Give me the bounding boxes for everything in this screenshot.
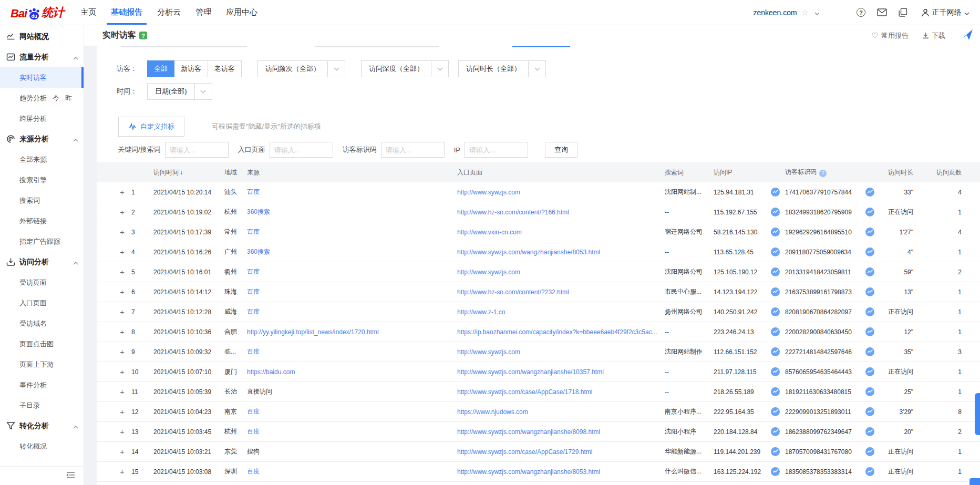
- feedback-side-tab[interactable]: [975, 393, 980, 435]
- sidebar-item-11[interactable]: 指定广告跟踪: [0, 231, 84, 252]
- expand-row-button[interactable]: +: [120, 447, 131, 456]
- nav-item-4[interactable]: 管理: [195, 0, 211, 25]
- custom-metric-button[interactable]: 自定义指标: [118, 117, 184, 137]
- sidebar-item-19[interactable]: 子目录: [0, 395, 84, 416]
- sidebar-item-21[interactable]: 转化概况: [0, 436, 84, 457]
- expand-row-button[interactable]: +: [120, 208, 131, 216]
- entry-page-link[interactable]: http://www.sywzjs.com: [457, 348, 520, 356]
- entry-page-link[interactable]: https://ip.baozhanmei.com/capacity/index…: [457, 328, 657, 336]
- trend-chart-icon[interactable]: [865, 267, 874, 276]
- visit-source-link[interactable]: 百度: [247, 188, 457, 197]
- trend-chart-icon[interactable]: [865, 447, 874, 456]
- sidebar-item-3[interactable]: 实时访客: [0, 67, 84, 88]
- sidebar-section-6[interactable]: 来源分析: [0, 129, 84, 149]
- entry-page-link[interactable]: http://www.sywzjs.com/case/AppCase/1718.…: [457, 388, 592, 396]
- chevron-up-icon[interactable]: [73, 258, 78, 266]
- trend-chart-icon[interactable]: [771, 367, 780, 376]
- trend-chart-icon[interactable]: [865, 407, 874, 416]
- query-button[interactable]: 查询: [545, 142, 577, 158]
- floating-corner-widget[interactable]: [969, 478, 980, 485]
- sidebar-item-15[interactable]: 受访域名: [0, 313, 84, 334]
- trend-chart-icon[interactable]: [865, 467, 874, 476]
- sidebar-item-shortcut[interactable]: 今: [53, 94, 59, 103]
- expand-row-button[interactable]: +: [120, 407, 131, 416]
- sidebar-item-shortcut[interactable]: 昨: [65, 94, 72, 103]
- visit-duration-dropdown[interactable]: 访问时长（全部）: [458, 60, 546, 77]
- expand-row-button[interactable]: +: [120, 247, 131, 256]
- entry-page-link[interactable]: http://www.sywzjs.com/wangzhanjianshe/10…: [457, 368, 604, 376]
- visit-source-link[interactable]: http://yy.yilingkeji.top/list_news/index…: [247, 328, 457, 336]
- sidebar-item-16[interactable]: 页面点击图: [0, 334, 84, 354]
- expand-row-button[interactable]: +: [120, 347, 131, 356]
- sidebar-section-2[interactable]: 流量分析: [0, 47, 84, 67]
- trend-chart-icon[interactable]: [771, 307, 780, 316]
- trend-chart-icon[interactable]: [771, 188, 780, 197]
- trend-chart-icon[interactable]: [865, 427, 874, 436]
- sidebar-item-8[interactable]: 搜索引擎: [0, 170, 84, 190]
- sidebar-item-18[interactable]: 事件分析: [0, 375, 84, 395]
- visit-source-link[interactable]: 百度: [247, 287, 457, 296]
- sidebar-item-13[interactable]: 受访页面: [0, 272, 84, 293]
- help-icon[interactable]: ?: [819, 170, 827, 177]
- visit-depth-dropdown[interactable]: 访问深度（全部）: [361, 60, 449, 77]
- visitor-type-option[interactable]: 全部: [147, 60, 174, 77]
- sidebar-item-5[interactable]: 跨屏分析: [0, 108, 84, 129]
- visit-source-link[interactable]: https://baidu.com: [247, 368, 457, 376]
- nav-item-3[interactable]: 分析云: [157, 0, 181, 25]
- sidebar-item-14[interactable]: 入口页面: [0, 293, 84, 313]
- chevron-up-icon[interactable]: [73, 53, 78, 61]
- chevron-up-icon[interactable]: [73, 135, 78, 143]
- title-help-icon[interactable]: ?: [139, 32, 147, 39]
- visit-source-link[interactable]: 百度: [247, 407, 457, 416]
- visit-source-link[interactable]: 百度: [247, 307, 457, 316]
- entry-page-link[interactable]: http://www.sywzjs.com: [457, 189, 520, 196]
- search-input-1[interactable]: [165, 142, 229, 158]
- trend-chart-icon[interactable]: [771, 347, 780, 356]
- sidebar-section-1[interactable]: 网站概况: [0, 26, 84, 47]
- trend-chart-icon[interactable]: [771, 407, 780, 416]
- sidebar-section-12[interactable]: 访问分析: [0, 252, 84, 272]
- entry-page-link[interactable]: http://www.sywzjs.com: [457, 269, 520, 276]
- sidebar-section-20[interactable]: 转化分析: [0, 416, 84, 436]
- trend-chart-icon[interactable]: [865, 188, 874, 197]
- expand-row-button[interactable]: +: [120, 387, 131, 396]
- favorite-star-icon[interactable]: ☆: [801, 7, 809, 17]
- expand-row-button[interactable]: +: [120, 467, 131, 476]
- entry-page-link[interactable]: http://www.sywzjs.com/wangzhanjianshe/80…: [457, 468, 600, 476]
- visit-source-link[interactable]: 百度: [247, 267, 457, 276]
- trend-chart-icon[interactable]: [771, 387, 780, 396]
- search-input-3[interactable]: [381, 142, 445, 158]
- visit-frequency-dropdown[interactable]: 访问频次（全部）: [257, 60, 345, 77]
- expand-row-button[interactable]: +: [120, 228, 131, 236]
- download-button[interactable]: 下载: [922, 31, 945, 40]
- entry-page-link[interactable]: http://www.hz-sn.com/content/?166.html: [457, 209, 569, 216]
- entry-page-link[interactable]: http://www.hz-sn.com/content/?232.html: [457, 288, 569, 296]
- visitor-type-option[interactable]: 新访客: [174, 60, 208, 77]
- trend-chart-icon[interactable]: [865, 307, 874, 316]
- chevron-up-icon[interactable]: [73, 422, 78, 430]
- trend-chart-icon[interactable]: [865, 347, 874, 356]
- trend-chart-icon[interactable]: [771, 427, 780, 436]
- trend-chart-icon[interactable]: [865, 327, 874, 336]
- visit-source-link[interactable]: 百度: [247, 467, 457, 476]
- sidebar-item-17[interactable]: 页面上下游: [0, 354, 84, 375]
- sidebar-item-10[interactable]: 外部链接: [0, 211, 84, 231]
- trend-chart-icon[interactable]: [771, 447, 780, 456]
- trend-chart-icon[interactable]: [771, 467, 780, 476]
- trend-chart-icon[interactable]: [865, 208, 874, 216]
- column-header-time[interactable]: 访问时间↓: [151, 168, 224, 177]
- visit-source-link[interactable]: 百度: [247, 228, 457, 236]
- expand-row-button[interactable]: +: [120, 188, 131, 197]
- expand-row-button[interactable]: +: [120, 367, 131, 376]
- expand-row-button[interactable]: +: [120, 307, 131, 316]
- search-input-4[interactable]: [465, 142, 528, 158]
- copy-icon[interactable]: [899, 8, 907, 17]
- sidebar-item-7[interactable]: 全部来源: [0, 149, 84, 170]
- entry-page-link[interactable]: http://www.sywzjs.com/case/AppCase/1729.…: [457, 448, 592, 456]
- entry-page-link[interactable]: http://www.z-1.cn: [457, 308, 505, 316]
- search-input-2[interactable]: [270, 142, 333, 158]
- visit-source-link[interactable]: 360搜索: [247, 247, 457, 256]
- entry-page-link[interactable]: http://www.sywzjs.com/wangzhanjianshe/80…: [457, 428, 600, 436]
- trend-chart-icon[interactable]: [865, 287, 874, 296]
- help-icon[interactable]: ?: [857, 8, 865, 17]
